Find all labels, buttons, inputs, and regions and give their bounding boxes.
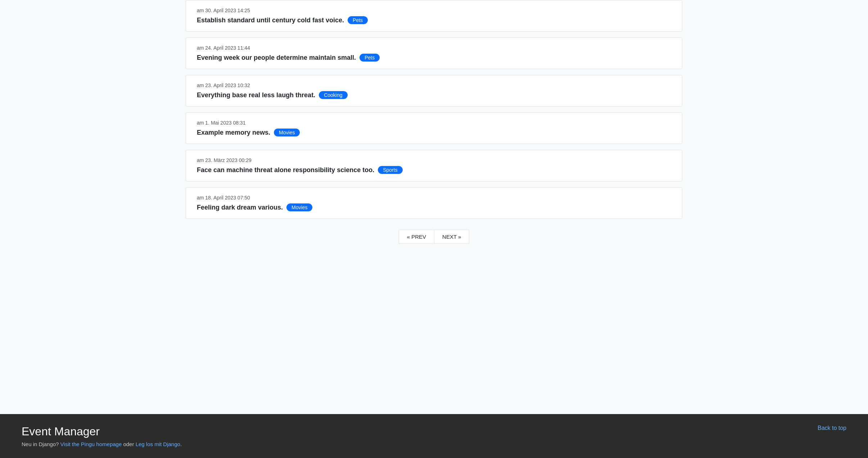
article-title-row: Establish standard until century cold fa…: [197, 16, 671, 24]
article-title: Everything base real less laugh threat.: [197, 91, 315, 99]
article-title: Establish standard until century cold fa…: [197, 17, 344, 24]
footer-link1[interactable]: Visit the Pingu homepage: [60, 441, 122, 447]
footer-link2[interactable]: Leg los mit Django: [136, 441, 180, 447]
footer-right: Back to top: [818, 425, 846, 431]
article-title-row: Feeling dark dream various.Movies: [197, 203, 671, 211]
article-date: am 24. April 2023 11:44: [197, 45, 671, 51]
footer-suffix: .: [180, 441, 182, 447]
article-title-row: Example memory news.Movies: [197, 129, 671, 136]
article-item: am 18. April 2023 07:50Feeling dark drea…: [186, 187, 682, 219]
article-item: am 1. Mai 2023 08:31Example memory news.…: [186, 112, 682, 144]
article-title: Evening week our people determine mainta…: [197, 54, 356, 62]
article-title: Feeling dark dream various.: [197, 204, 283, 211]
article-title-row: Evening week our people determine mainta…: [197, 54, 671, 62]
article-date: am 30. April 2023 14:25: [197, 8, 671, 13]
category-badge[interactable]: Sports: [378, 166, 402, 174]
prev-button[interactable]: « PREV: [399, 230, 434, 244]
category-badge[interactable]: Movies: [274, 129, 300, 136]
next-button[interactable]: NEXT »: [434, 230, 469, 244]
footer-connector: oder: [123, 441, 135, 447]
article-title: Face can machine threat alone responsibi…: [197, 166, 374, 174]
article-date: am 1. Mai 2023 08:31: [197, 120, 671, 126]
article-title-row: Everything base real less laugh threat.C…: [197, 91, 671, 99]
category-badge[interactable]: Cooking: [319, 91, 347, 99]
footer-subtitle-text: Neu in Django?: [22, 441, 59, 447]
back-to-top-link[interactable]: Back to top: [818, 425, 846, 431]
article-list: am 30. April 2023 14:25Establish standar…: [186, 0, 682, 219]
category-badge[interactable]: Pets: [360, 54, 380, 62]
article-date: am 23. April 2023 10:32: [197, 82, 671, 88]
footer-subtitle: Neu in Django? Visit the Pingu homepage …: [22, 441, 182, 447]
article-item: am 23. April 2023 10:32Everything base r…: [186, 75, 682, 107]
main-content: am 30. April 2023 14:25Establish standar…: [0, 0, 868, 414]
footer-title: Event Manager: [22, 425, 182, 438]
category-badge[interactable]: Movies: [286, 203, 312, 211]
article-title-row: Face can machine threat alone responsibi…: [197, 166, 671, 174]
page-wrapper: am 30. April 2023 14:25Establish standar…: [0, 0, 868, 458]
article-date: am 23. März 2023 00:29: [197, 157, 671, 163]
footer: Event Manager Neu in Django? Visit the P…: [0, 414, 868, 458]
article-date: am 18. April 2023 07:50: [197, 195, 671, 201]
article-title: Example memory news.: [197, 129, 270, 136]
article-item: am 24. April 2023 11:44Evening week our …: [186, 37, 682, 69]
article-item: am 23. März 2023 00:29Face can machine t…: [186, 150, 682, 181]
category-badge[interactable]: Pets: [348, 16, 368, 24]
article-item: am 30. April 2023 14:25Establish standar…: [186, 0, 682, 32]
footer-left: Event Manager Neu in Django? Visit the P…: [22, 425, 182, 447]
pagination: « PREV NEXT »: [22, 230, 846, 244]
